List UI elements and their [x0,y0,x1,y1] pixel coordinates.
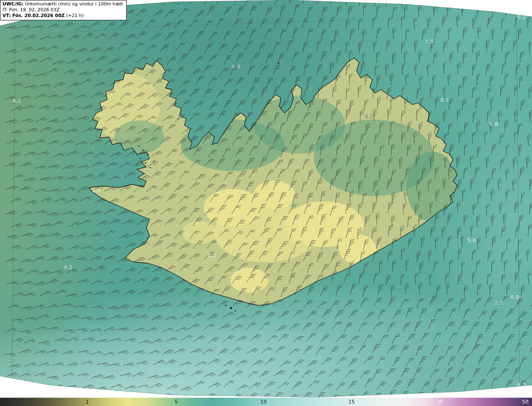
colorbar-tick-label: 1 [86,399,89,405]
valid-time: VT: Fös. 20.02.2026 00Z (+21 h) [2,13,123,19]
field-value-labels: 4.26.27.98.97.88.15.84.23.65.24.25.66.07… [0,0,532,406]
weather-map: 4.26.27.98.97.88.15.84.23.65.24.25.66.07… [0,0,532,406]
map-value-label: 5.6 [467,237,476,243]
map-value-label: 4.2 [12,98,21,104]
map-value-label: 7.8 [303,86,312,92]
map-value-label: 5.8 [489,121,498,127]
colorbar: 1510153050 [0,398,532,406]
valid-time-offset: (+21 h) [65,13,84,18]
map-value-label: 5.2 [207,252,217,258]
map-value-label: 6.3 [517,382,526,388]
map-value-label: 7.3 [494,300,503,306]
init-time: IT: Fim. 19. 02. 2026 03Z [2,7,123,13]
product-title: UWC/IG: Úrkomumætti (mm) og vindur i 100… [2,1,123,7]
map-value-label: 8.9 [232,64,241,70]
product-description: Úrkomumætti (mm) og vindur i 100m hæð [24,1,123,7]
map-value-label: 8.1 [440,97,449,103]
colorbar-tick-label: 50 [522,399,528,405]
colorbar-tick-label: 30 [436,399,443,405]
map-value-label: 7.9 [424,39,433,45]
valid-time-main: VT: Fös. 20.02.2026 00Z [2,13,65,18]
map-value-label: 6.0 [510,294,520,300]
colorbar-tick-label: 10 [260,399,266,405]
map-value-label: 4.2 [64,264,73,270]
colorbar-tick-label: 15 [348,399,355,405]
title-box: UWC/IG: Úrkomumætti (mm) og vindur i 100… [0,0,127,20]
colorbar-tick-label: 5 [175,399,178,405]
map-value-label: 3.6 [92,187,101,193]
map-value-label: 6.2 [517,14,526,20]
model-id: UWC/IG: [2,1,24,7]
precipitation-field: 4.26.27.98.97.88.15.84.23.65.24.25.66.07… [0,0,532,406]
map-value-label: 4.2 [365,113,374,120]
